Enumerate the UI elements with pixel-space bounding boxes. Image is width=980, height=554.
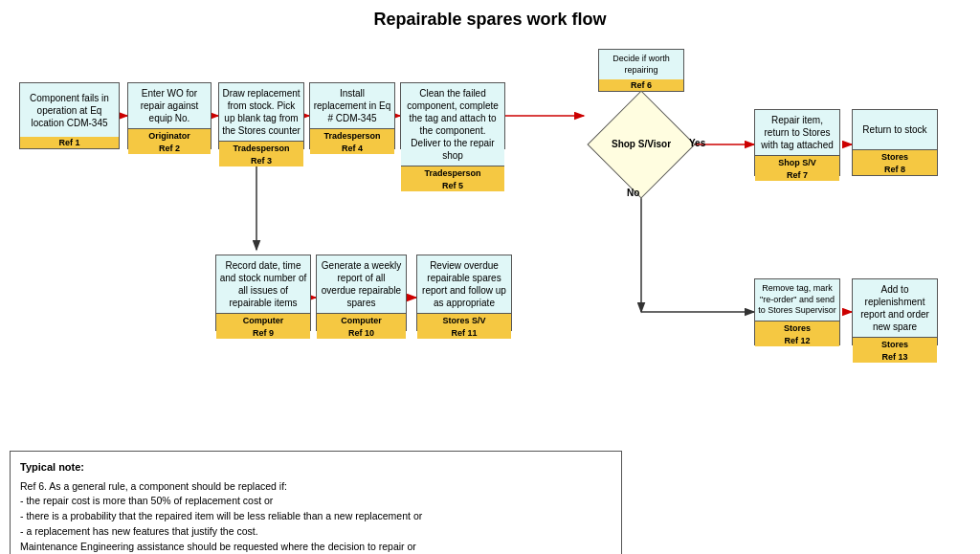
box-9: Record date, time and stock number of al…: [215, 255, 311, 331]
box-1-ref: Ref 1: [20, 137, 119, 148]
page-title: Repairable spares work flow: [10, 10, 970, 30]
note-line: Maintenance Engineering assistance shoul…: [20, 540, 612, 555]
box-11: Review overdue repairable spares report …: [416, 255, 512, 331]
box-4-ref: Ref 4: [310, 143, 394, 154]
box-10-content: Generate a weekly report of all overdue …: [317, 255, 406, 313]
box-5-ref: Ref 5: [401, 180, 504, 191]
box-13-ref: Ref 13: [853, 351, 937, 363]
box-4-label: Tradesperson: [310, 128, 394, 143]
box-7-ref: Ref 7: [755, 169, 839, 181]
box-11-label: Stores S/V: [417, 313, 511, 327]
box-5-content: Clean the failed component, complete the…: [401, 83, 504, 166]
box-13-label: Stores: [853, 337, 937, 351]
box-9-content: Record date, time and stock number of al…: [216, 255, 310, 313]
box-3-ref: Ref 3: [219, 155, 303, 166]
box-8-ref: Ref 8: [853, 164, 937, 175]
no-label: No: [627, 188, 639, 198]
note-line: - a replacement has new features that ju…: [20, 524, 612, 540]
box-6-content: Decide if worth repairing: [599, 50, 683, 79]
box-12-label: Stores: [755, 321, 839, 335]
box-5: Clean the failed component, complete the…: [400, 82, 505, 149]
note-line: - there is a probability that the repair…: [20, 509, 612, 524]
box-12-content: Remove tag, mark "re-order" and send to …: [755, 279, 839, 321]
box-2-ref: Ref 2: [128, 143, 211, 154]
box-3-content: Draw replacement from stock. Pick up bla…: [219, 83, 303, 141]
box-9-label: Computer: [216, 313, 310, 327]
yes-label: Yes: [689, 138, 705, 148]
box-10-label: Computer: [317, 313, 406, 327]
box-2-label: Originator: [128, 128, 211, 143]
box-2: Enter WO for repair against equip No. Or…: [127, 82, 212, 149]
box-3: Draw replacement from stock. Pick up bla…: [218, 82, 304, 149]
note-box: Typical note: Ref 6. As a general rule, …: [10, 451, 622, 554]
box-7-content: Repair item, return to Stores with tag a…: [755, 110, 839, 155]
box-13: Add to replenishment report and order ne…: [852, 278, 938, 345]
box-1: Component fails in operation at Eq locat…: [19, 82, 120, 149]
note-title: Typical note:: [20, 459, 612, 476]
box-11-content: Review overdue repairable spares report …: [417, 255, 511, 313]
box-9-ref: Ref 9: [216, 327, 310, 339]
box-4-content: Install replacement in Eq # CDM-345: [310, 83, 394, 128]
box-8: Return to stock Stores Ref 8: [852, 109, 938, 176]
box-5-label: Tradesperson: [401, 166, 504, 180]
box-7-label: Shop S/V: [755, 155, 839, 169]
box-4: Install replacement in Eq # CDM-345 Trad…: [309, 82, 395, 149]
diamond-text: Shop S/Visor: [608, 139, 675, 150]
box-11-ref: Ref 11: [417, 327, 511, 339]
box-8-content: Return to stock: [853, 110, 937, 149]
note-lines: Ref 6. As a general rule, a component sh…: [20, 479, 612, 555]
box-12: Remove tag, mark "re-order" and send to …: [754, 278, 840, 345]
box-7: Repair item, return to Stores with tag a…: [754, 109, 840, 176]
box-3-label: Tradesperson: [219, 141, 303, 155]
box-6-top: Decide if worth repairing Ref 6: [598, 49, 684, 92]
box-8-label: Stores: [853, 149, 937, 164]
flowchart: Component fails in operation at Eq locat…: [10, 44, 970, 446]
diamond-container: Shop S/Visor: [603, 106, 679, 183]
note-line: Ref 6. As a general rule, a component sh…: [20, 479, 612, 495]
box-12-ref: Ref 12: [755, 335, 839, 346]
box-10-ref: Ref 10: [317, 327, 406, 339]
box-2-content: Enter WO for repair against equip No.: [128, 83, 211, 128]
box-1-content: Component fails in operation at Eq locat…: [20, 83, 119, 137]
box-10: Generate a weekly report of all overdue …: [316, 255, 407, 331]
note-line: - the repair cost is more than 50% of re…: [20, 494, 612, 509]
box-13-content: Add to replenishment report and order ne…: [853, 279, 937, 337]
